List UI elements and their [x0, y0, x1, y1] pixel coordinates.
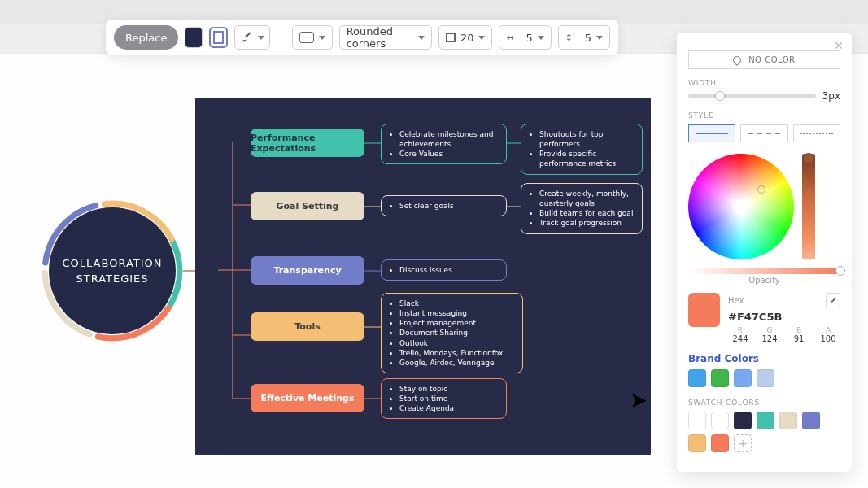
- note-goal-b[interactable]: Create weekly, monthly, quarterly goalsB…: [521, 183, 643, 234]
- diagram-canvas[interactable]: Performance Expectations Celebrate miles…: [195, 98, 651, 455]
- caret-down-icon: [258, 36, 264, 40]
- brush-dropdown[interactable]: [234, 25, 270, 50]
- color-swatch[interactable]: [688, 434, 706, 452]
- eyedropper-icon: [829, 296, 838, 305]
- list-item: Trello, Mondays, Functionfox: [399, 348, 514, 358]
- conn: [364, 206, 382, 207]
- add-swatch-button[interactable]: +: [734, 434, 752, 452]
- branch-goal[interactable]: Goal Setting: [251, 192, 364, 220]
- conn: [364, 270, 382, 272]
- note-meet-a[interactable]: Stay on topicStart on timeCreate Agenda: [381, 378, 507, 419]
- shape-dropdown[interactable]: [292, 25, 333, 50]
- v-spacing-dropdown[interactable]: ↕ 5: [558, 25, 610, 50]
- caret-down-icon: [418, 36, 425, 40]
- color-swatch[interactable]: [757, 412, 774, 429]
- list-item: Shoutouts for top performers: [539, 129, 634, 149]
- replace-button[interactable]: Replace: [114, 25, 178, 50]
- branch-transparency[interactable]: Transparency: [251, 256, 364, 285]
- r-value[interactable]: 244: [732, 334, 748, 343]
- droplet-icon: [731, 54, 743, 66]
- hex-label: Hex: [728, 296, 744, 305]
- cursor-icon: ➤: [630, 388, 648, 413]
- color-swatch[interactable]: [711, 412, 729, 429]
- g-label: G: [767, 326, 773, 334]
- color-swatch[interactable]: [802, 412, 820, 429]
- root-label-1: COLLABORATION: [62, 255, 162, 272]
- close-icon[interactable]: ✕: [834, 39, 844, 52]
- branch-performance[interactable]: Performance Expectations: [251, 129, 364, 157]
- a-value[interactable]: 100: [820, 334, 835, 343]
- line-style-solid[interactable]: [688, 124, 735, 142]
- v-arrow-icon: ↕: [565, 33, 580, 43]
- a-label: A: [826, 326, 831, 334]
- color-wheel[interactable]: [688, 154, 794, 259]
- caret-down-icon: [538, 36, 544, 40]
- swatch-colors-row: +: [688, 412, 840, 452]
- fill-color-swatch[interactable]: [185, 27, 203, 48]
- branch-meetings[interactable]: Effective Meetings: [251, 384, 364, 412]
- caret-down-icon: [596, 36, 603, 40]
- list-item: Celebrate milestones and achievements: [399, 129, 498, 149]
- border-width-dropdown[interactable]: 20: [438, 25, 493, 50]
- corner-style-dropdown[interactable]: Rounded corners: [339, 25, 432, 50]
- list-item: Track goal progression: [539, 218, 634, 228]
- conn: [364, 326, 382, 328]
- square-icon: [446, 33, 456, 42]
- brush-icon: [240, 31, 253, 44]
- color-swatch[interactable]: [711, 434, 729, 452]
- caret-down-icon: [478, 36, 485, 40]
- list-item: Start on time: [399, 394, 498, 403]
- list-item: Slack: [399, 298, 514, 308]
- no-color-button[interactable]: NO COLOR: [688, 50, 840, 69]
- width-value: 3px: [822, 90, 840, 102]
- current-color-swatch[interactable]: [688, 293, 720, 327]
- b-value[interactable]: 91: [794, 334, 805, 343]
- brand-swatch[interactable]: [757, 369, 774, 387]
- h-spacing-dropdown[interactable]: ↔ 5: [499, 25, 551, 50]
- color-swatch[interactable]: [779, 412, 797, 429]
- style-label: STYLE: [688, 111, 840, 120]
- branch-tools[interactable]: Tools: [251, 312, 364, 341]
- hue-slider[interactable]: [802, 154, 815, 259]
- no-color-label: NO COLOR: [748, 55, 795, 64]
- line-style-dotted[interactable]: [793, 124, 840, 142]
- color-swatch[interactable]: [688, 412, 706, 429]
- list-item: Project management: [399, 318, 514, 328]
- list-item: Document Sharing: [399, 328, 514, 338]
- brand-swatch[interactable]: [734, 369, 752, 387]
- list-item: Instant messaging: [399, 308, 514, 318]
- width-slider[interactable]: [688, 94, 816, 98]
- eyedropper-button[interactable]: [826, 293, 840, 307]
- root-node[interactable]: COLLABORATION STRATEGIES: [39, 198, 185, 344]
- note-goal-a[interactable]: Set clear goals: [381, 195, 507, 216]
- swatch-colors-title: SWATCH COLORS: [688, 399, 840, 407]
- note-tools-a[interactable]: SlackInstant messagingProject management…: [381, 293, 523, 373]
- note-perf-b[interactable]: Shoutouts for top performersProvide spec…: [521, 124, 643, 175]
- rounded-rect-icon: [299, 32, 314, 43]
- trunk-connector: [218, 142, 251, 410]
- brand-swatch[interactable]: [688, 369, 706, 387]
- conn: [507, 142, 521, 144]
- list-item: Build teams for each goal: [539, 208, 634, 218]
- list-item: Create weekly, monthly, quarterly goals: [539, 189, 634, 208]
- corner-style-label: Rounded corners: [347, 25, 413, 50]
- h-space-value: 5: [526, 32, 532, 44]
- caret-down-icon: [319, 36, 325, 40]
- hex-value[interactable]: #F47C5B: [728, 311, 840, 323]
- conn: [364, 398, 382, 399]
- note-trans-a[interactable]: Discuss issues: [381, 259, 507, 281]
- width-label: WIDTH: [688, 79, 840, 87]
- list-item: Create Agenda: [399, 403, 498, 413]
- line-style-dashed[interactable]: [740, 124, 787, 142]
- opacity-label: Opacity: [688, 276, 840, 285]
- list-item: Core Values: [399, 149, 498, 159]
- note-perf-a[interactable]: Celebrate milestones and achievementsCor…: [381, 124, 507, 164]
- list-item: Google, Airdoc, Venngage: [399, 358, 514, 368]
- root-label-2: STRATEGIES: [62, 271, 162, 287]
- g-value[interactable]: 124: [761, 334, 777, 343]
- wheel-picker-icon: [757, 185, 765, 194]
- brand-swatch[interactable]: [711, 369, 729, 387]
- color-swatch[interactable]: [734, 412, 752, 429]
- opacity-slider[interactable]: [688, 268, 840, 274]
- stroke-color-swatch[interactable]: [209, 27, 227, 48]
